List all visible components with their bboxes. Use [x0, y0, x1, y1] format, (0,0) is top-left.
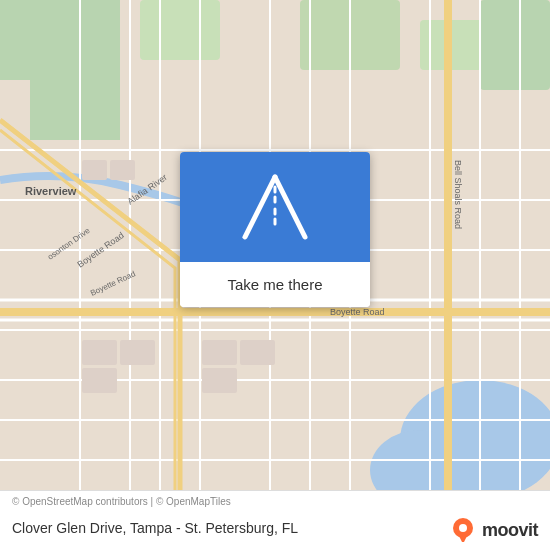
bottom-bar: © OpenStreetMap contributors | © OpenMap…: [0, 490, 550, 550]
svg-rect-43: [110, 160, 135, 180]
svg-marker-52: [459, 536, 467, 542]
card-icon-area: [180, 152, 370, 262]
road-icon: [235, 167, 315, 247]
svg-rect-3: [140, 0, 220, 60]
svg-point-51: [459, 524, 467, 532]
svg-rect-2: [30, 80, 120, 140]
svg-rect-38: [82, 368, 117, 393]
svg-rect-36: [82, 340, 117, 365]
map-attribution: © OpenStreetMap contributors | © OpenMap…: [12, 496, 231, 507]
svg-rect-39: [202, 340, 237, 365]
svg-rect-30: [444, 0, 452, 490]
svg-line-46: [245, 177, 275, 237]
overlay-card: Take me there: [180, 152, 370, 307]
svg-text:Bell Shoals Road: Bell Shoals Road: [453, 160, 463, 229]
svg-text:Boyette Road: Boyette Road: [330, 307, 385, 317]
svg-rect-37: [120, 340, 155, 365]
moovit-text: moovit: [482, 520, 538, 541]
moovit-logo: moovit: [451, 518, 538, 542]
map-container: Alafia River Boyette Road Bell Shoals Ro…: [0, 0, 550, 490]
take-me-there-button[interactable]: Take me there: [180, 262, 370, 307]
svg-rect-40: [240, 340, 275, 365]
moovit-icon: [451, 518, 475, 542]
svg-rect-29: [0, 308, 550, 316]
svg-line-47: [275, 177, 305, 237]
svg-rect-42: [82, 160, 107, 180]
svg-rect-41: [202, 368, 237, 393]
svg-text:Riverview: Riverview: [25, 185, 77, 197]
svg-rect-6: [480, 0, 550, 90]
svg-rect-1: [0, 0, 120, 80]
